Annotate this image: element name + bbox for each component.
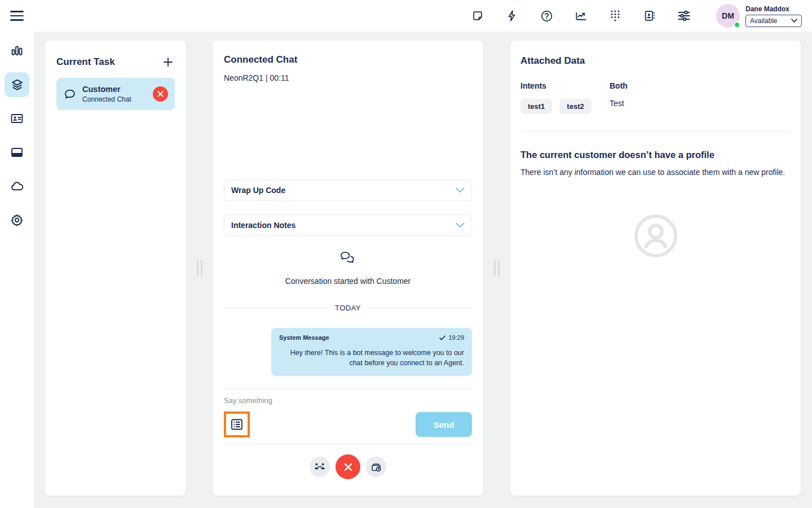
close-icon bbox=[157, 91, 164, 97]
add-task-button[interactable] bbox=[161, 55, 175, 69]
park-interaction-button[interactable] bbox=[366, 457, 386, 477]
day-divider-label: TODAY bbox=[335, 304, 361, 312]
message-text: Hey there! This is a bot message to welc… bbox=[279, 348, 464, 368]
hamburger-icon bbox=[10, 11, 24, 21]
nav-contact-card-icon[interactable] bbox=[5, 106, 29, 131]
chat-bubbles-icon bbox=[339, 251, 356, 265]
status-dropdown-value: Available bbox=[750, 17, 777, 25]
task-card-customer[interactable]: Customer Connected Chat bbox=[56, 78, 175, 110]
quick-actions-icon[interactable] bbox=[505, 9, 519, 23]
system-message-bubble: System Message 19:29 Hey there! This is … bbox=[271, 328, 472, 376]
dialpad-icon[interactable] bbox=[608, 9, 622, 23]
intents-label: Intents bbox=[520, 81, 610, 90]
wrap-up-code-label: Wrap Up Code bbox=[231, 186, 285, 195]
notes-icon[interactable] bbox=[471, 9, 484, 23]
current-task-panel: Current Task Customer Connected Chat bbox=[45, 41, 186, 496]
task-type: Connected Chat bbox=[82, 95, 147, 103]
user-cluster: DM Dane Maddox Available bbox=[716, 4, 802, 28]
attached-data-divider bbox=[520, 131, 791, 132]
settings-sliders-icon[interactable] bbox=[677, 9, 691, 23]
avatar-initials: DM bbox=[722, 11, 734, 20]
nav-gear-icon[interactable] bbox=[5, 208, 29, 233]
chat-bubble-icon bbox=[63, 87, 77, 101]
wrap-up-code-collapse[interactable]: Wrap Up Code bbox=[224, 179, 472, 201]
input-divider bbox=[224, 388, 472, 389]
end-task-button[interactable] bbox=[153, 86, 168, 102]
actions-divider bbox=[224, 444, 472, 444]
chevron-down-icon bbox=[456, 222, 465, 228]
nav-bar-chart-icon[interactable] bbox=[5, 38, 29, 63]
transfer-button[interactable] bbox=[310, 457, 330, 477]
nav-interactions-layers-icon[interactable] bbox=[5, 72, 29, 97]
panel-gap-left bbox=[186, 41, 213, 496]
connected-chat-panel: Connected Chat NeonR2Q1 | 00:11 Wrap Up … bbox=[213, 41, 483, 496]
status-available-dot bbox=[734, 21, 740, 28]
delivered-check-icon bbox=[439, 335, 445, 340]
performance-icon[interactable] bbox=[574, 9, 588, 23]
avatar[interactable]: DM bbox=[716, 4, 740, 28]
both-value: Test bbox=[610, 99, 628, 108]
chat-title: Connected Chat bbox=[224, 54, 472, 65]
intent-chip: test1 bbox=[520, 99, 552, 114]
interaction-notes-label: Interaction Notes bbox=[231, 221, 295, 230]
profile-placeholder-icon bbox=[633, 213, 678, 259]
message-sender: System Message bbox=[279, 334, 329, 341]
resize-handle-left[interactable] bbox=[197, 260, 202, 277]
left-nav-rail bbox=[0, 32, 34, 508]
message-time: 19:29 bbox=[439, 334, 464, 341]
conversation-start-block: Conversation started with Customer bbox=[224, 251, 472, 286]
transfer-people-icon bbox=[314, 462, 325, 471]
top-bar: DM Dane Maddox Available bbox=[0, 0, 812, 32]
send-button[interactable]: Send bbox=[416, 412, 472, 437]
hamburger-menu-button[interactable] bbox=[0, 11, 34, 21]
compose-row: Send bbox=[224, 411, 472, 437]
status-dropdown[interactable]: Available bbox=[745, 15, 802, 27]
chat-message-input[interactable] bbox=[224, 396, 472, 405]
panel-gap-right bbox=[483, 41, 510, 496]
chevron-down-icon bbox=[791, 19, 797, 23]
ghost-avatar bbox=[520, 213, 791, 259]
plus-icon bbox=[162, 56, 174, 68]
resize-handle-right[interactable] bbox=[494, 260, 500, 277]
workspace: Current Task Customer Connected Chat Con… bbox=[34, 32, 812, 508]
park-timer-icon bbox=[371, 462, 382, 472]
nav-cloud-icon[interactable] bbox=[5, 174, 29, 199]
attached-data-title: Attached Data bbox=[520, 55, 791, 67]
end-interaction-button[interactable] bbox=[336, 454, 360, 479]
task-name: Customer bbox=[82, 85, 147, 94]
quick-replies-button[interactable] bbox=[224, 411, 250, 437]
both-label: Both bbox=[610, 81, 628, 90]
no-profile-title: The current customer doesn’t have a prof… bbox=[520, 150, 791, 160]
attached-data-fields: Intents test1 test2 Both Test bbox=[520, 81, 791, 114]
intent-chip: test2 bbox=[559, 99, 591, 114]
directory-icon[interactable] bbox=[643, 9, 656, 23]
conversation-start-text: Conversation started with Customer bbox=[224, 277, 472, 286]
nav-browser-window-icon[interactable] bbox=[5, 140, 29, 165]
user-name: Dane Maddox bbox=[745, 5, 802, 13]
day-divider: TODAY bbox=[224, 304, 472, 312]
interaction-actions bbox=[224, 454, 472, 489]
interaction-notes-collapse[interactable]: Interaction Notes bbox=[224, 214, 472, 236]
topbar-actions: DM Dane Maddox Available bbox=[471, 4, 812, 28]
current-task-title: Current Task bbox=[56, 56, 115, 68]
close-icon bbox=[344, 463, 352, 471]
chat-subtitle: NeonR2Q1 | 00:11 bbox=[224, 73, 472, 82]
list-form-icon bbox=[231, 419, 243, 430]
help-icon[interactable] bbox=[540, 9, 553, 23]
chevron-down-icon bbox=[456, 187, 465, 193]
attached-data-panel: Attached Data Intents test1 test2 Both T… bbox=[510, 41, 801, 496]
no-profile-text: There isn’t any information we can use t… bbox=[520, 167, 791, 178]
